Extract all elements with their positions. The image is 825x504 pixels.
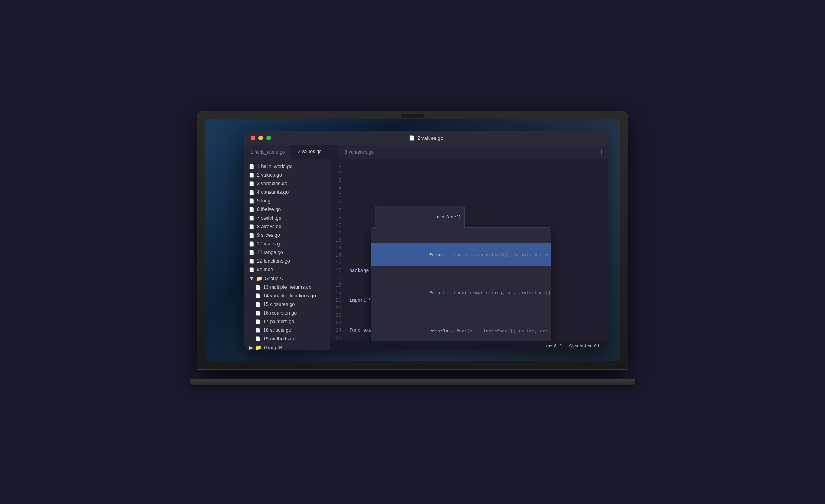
- tab-variables-label: 3 variables.go: [344, 149, 374, 155]
- sidebar-item-maps[interactable]: 📄 10 maps.go: [244, 239, 330, 248]
- sidebar-item-if-else-label: 6 if-else.go: [257, 207, 281, 212]
- status-sep-1: -: [563, 343, 566, 348]
- group-a-chevron: ▼: [249, 276, 254, 281]
- minimize-button[interactable]: [258, 136, 263, 140]
- file-icon-17: 📄: [255, 319, 261, 324]
- file-icon-19: 📄: [255, 336, 261, 341]
- line-numbers: 1 2 3 4 5 6 7 8 10 11 1: [330, 159, 344, 341]
- status-char-value: 64: [594, 343, 599, 348]
- laptop-container: 📄 2 values.go 1 hello_world.go 2 values.…: [197, 111, 628, 393]
- file-icon-8: 📄: [249, 224, 255, 229]
- editor-window: 📄 2 values.go 1 hello_world.go 2 values.…: [244, 131, 608, 350]
- sidebar-item-structs[interactable]: 📄 18 structs.go: [251, 326, 330, 334]
- close-button[interactable]: [251, 136, 255, 140]
- group-a-folder[interactable]: ▼ 📁 Group A: [244, 274, 330, 283]
- sidebar-item-values-label: 2 values.go: [257, 172, 282, 178]
- sidebar-item-for-label: 5 for.go: [257, 198, 273, 204]
- file-icon-11: 📄: [249, 250, 255, 255]
- group-a-label: Group A: [265, 276, 283, 281]
- autocomplete-tooltip: ...interface{}: [375, 206, 465, 229]
- sidebar-item-slices[interactable]: 📄 9 slices.go: [244, 231, 330, 239]
- sidebar-item-pointers[interactable]: 📄 17 pointers.go: [251, 317, 330, 326]
- folder-icon-b: 📁: [255, 345, 262, 350]
- file-icon-3: 📄: [249, 181, 255, 186]
- group-b-chevron: ▶: [249, 345, 253, 350]
- status-bar: Line 8:9 - Character 64 -: [330, 341, 608, 350]
- sidebar-item-if-else[interactable]: 📄 6 if-else.go: [244, 205, 330, 214]
- sidebar-item-for[interactable]: 📄 5 for.go: [244, 197, 330, 205]
- sidebar-item-maps-label: 10 maps.go: [257, 241, 282, 247]
- status-line-value: 8:9: [554, 343, 562, 348]
- file-icon-9: 📄: [249, 233, 255, 238]
- file-icon-6: 📄: [249, 207, 255, 212]
- sidebar-item-functions[interactable]: 📄 12 functions.go: [244, 257, 330, 265]
- status-line-label: Line: [542, 343, 552, 348]
- group-b-folder[interactable]: ▶ 📁 Group B: [244, 343, 330, 350]
- sidebar-item-multiple-returns[interactable]: 📄 13 multiple_returns.go: [251, 283, 330, 291]
- sidebar-item-values[interactable]: 📄 2 values.go: [244, 171, 330, 179]
- code-content[interactable]: ...interface{} Print - func(a ...interfa…: [344, 159, 608, 341]
- main-area: 📄 1 hello_world.go 📄 2 values.go 📄 3 var…: [244, 159, 608, 350]
- sidebar-item-gomod-label: go.mod: [257, 267, 273, 272]
- title-bar: 📄 2 values.go: [244, 131, 608, 145]
- file-icon-18: 📄: [255, 328, 261, 333]
- autocomplete-item-printf[interactable]: Printf - func(format string, a ...interf…: [371, 281, 551, 305]
- laptop-bottom: [197, 369, 628, 393]
- code-editor[interactable]: 1 2 3 4 5 6 7 8 10 11 1: [330, 159, 608, 350]
- sidebar-item-hello-world[interactable]: 📄 1 hello_world.go: [244, 162, 330, 171]
- sidebar-item-arrays-label: 8 arrays.go: [257, 224, 282, 229]
- group-a-children: 📄 13 multiple_returns.go 📄 14 variadic_f…: [244, 283, 330, 343]
- screen-content: 📄 2 values.go 1 hello_world.go 2 values.…: [205, 119, 620, 361]
- autocomplete-item-print[interactable]: Print - func(a ...interface{}) (n int, e…: [371, 243, 551, 266]
- sidebar-item-range[interactable]: 📄 11 range.go: [244, 248, 330, 257]
- laptop-base: [190, 379, 635, 385]
- tab-variables[interactable]: 3 variables.go: [338, 145, 385, 159]
- tabs-bar: 1 hello_world.go 2 values.go 3 variables…: [244, 145, 608, 159]
- file-icon-10: 📄: [249, 241, 255, 247]
- window-title: 📄 2 values.go: [409, 135, 443, 141]
- sidebar-item-constants[interactable]: 📄 4 constants.go: [244, 188, 330, 197]
- sidebar-item-hello-world-label: 1 hello_world.go: [257, 164, 292, 169]
- folder-icon-a: 📁: [256, 275, 262, 281]
- sidebar-item-variadic[interactable]: 📄 14 variadic_functions.go: [251, 291, 330, 300]
- tab-add-button[interactable]: +: [595, 145, 608, 159]
- laptop-bezel: 📄 2 values.go 1 hello_world.go 2 values.…: [197, 111, 628, 369]
- tooltip-text: ...interface{}: [425, 215, 461, 220]
- sidebar-item-structs-label: 18 structs.go: [263, 327, 291, 333]
- sidebar-item-arrays[interactable]: 📄 8 arrays.go: [244, 222, 330, 231]
- sidebar-item-gomod[interactable]: 📄 go.mod: [244, 265, 330, 274]
- tab-values[interactable]: 2 values.go: [291, 145, 338, 159]
- window-title-text: 2 values.go: [417, 135, 443, 141]
- tab-hello-world-label: 1 hello_world.go: [251, 149, 285, 155]
- autocomplete-item-println[interactable]: Println - func(a ...interface{}) (n int,…: [371, 320, 551, 341]
- sidebar-item-switch[interactable]: 📄 7 switch.go: [244, 214, 330, 222]
- sidebar: 📄 1 hello_world.go 📄 2 values.go 📄 3 var…: [244, 159, 330, 350]
- tab-hello-world[interactable]: 1 hello_world.go: [244, 145, 291, 159]
- code-area: 1 2 3 4 5 6 7 8 10 11 1: [330, 159, 608, 341]
- tab-values-label: 2 values.go: [298, 149, 321, 154]
- traffic-lights: [251, 136, 271, 140]
- file-icon-13: 📄: [255, 285, 261, 290]
- sidebar-item-methods[interactable]: 📄 19 methods.go: [251, 334, 330, 343]
- sidebar-item-closures[interactable]: 📄 15 closures.go: [251, 300, 330, 309]
- sidebar-item-variadic-label: 14 variadic_functions.go: [263, 293, 316, 298]
- sidebar-item-switch-label: 7 switch.go: [257, 215, 282, 221]
- status-sep-2: -: [601, 343, 603, 348]
- sidebar-item-recursion[interactable]: 📄 16 recursion.go: [251, 309, 330, 317]
- title-file-icon: 📄: [409, 135, 415, 141]
- file-icon-5: 📄: [249, 198, 255, 204]
- file-icon-16: 📄: [255, 311, 261, 316]
- file-icon-12: 📄: [249, 259, 255, 264]
- camera-notch: [401, 114, 424, 118]
- maximize-button[interactable]: [266, 136, 271, 140]
- file-icon-2: 📄: [249, 173, 255, 178]
- file-icon-gomod: 📄: [249, 267, 255, 272]
- status-line: Line 8:9 -: [542, 343, 566, 348]
- sidebar-item-closures-label: 15 closures.go: [263, 302, 295, 307]
- sidebar-item-variables[interactable]: 📄 3 variables.go: [244, 179, 330, 188]
- status-char-label: Character: [569, 343, 592, 348]
- file-icon-14: 📄: [255, 293, 261, 298]
- file-icon-7: 📄: [249, 216, 255, 221]
- sidebar-item-recursion-label: 16 recursion.go: [263, 310, 297, 316]
- autocomplete-dropdown[interactable]: Print - func(a ...interface{}) (n int, e…: [371, 227, 551, 341]
